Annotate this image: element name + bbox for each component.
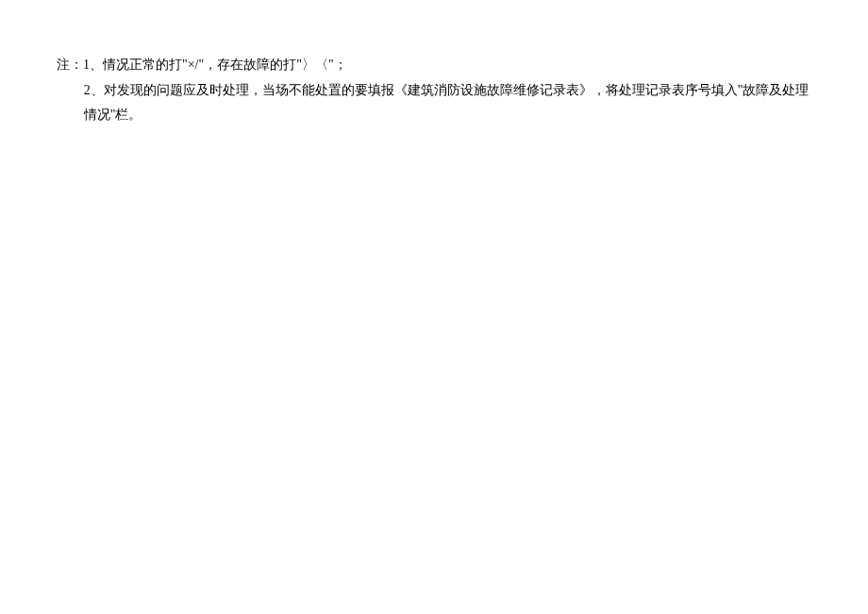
document-body: 注： 1、情况正常的打"×/"，存在故障的打"〉〈"； 2、对发现的问题应及时处… [0,0,868,128]
note-label: 注： [57,53,83,78]
note-text-1: 1、情况正常的打"×/"，存在故障的打"〉〈"； [83,53,811,78]
note-text-2: 2、对发现的问题应及时处理，当场不能处置的要填报《建筑消防设施故障维修记录表》，… [84,78,811,128]
note-line-2: 2、对发现的问题应及时处理，当场不能处置的要填报《建筑消防设施故障维修记录表》，… [57,78,811,128]
note-line-1: 注： 1、情况正常的打"×/"，存在故障的打"〉〈"； [57,53,811,78]
